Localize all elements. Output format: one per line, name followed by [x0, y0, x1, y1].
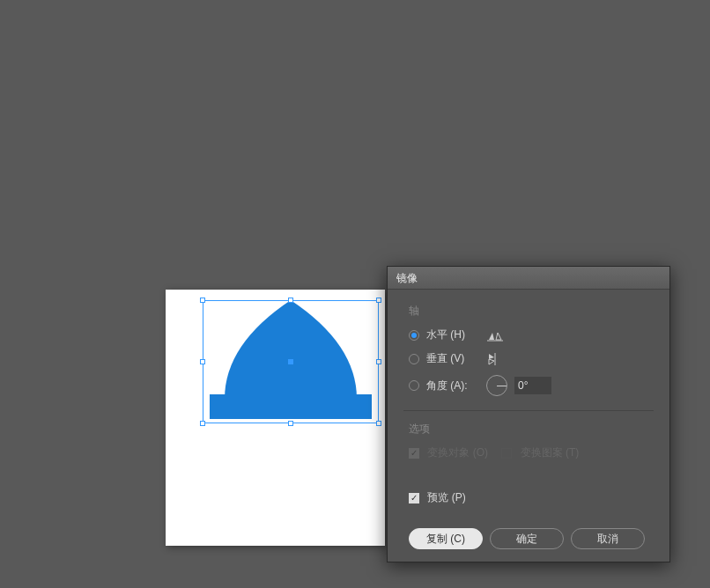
reflect-dialog: 镜像 轴 水平 (H) 垂直 (V) [387, 266, 670, 562]
transform-objects-checkbox [409, 448, 419, 459]
angle-label[interactable]: 角度 (A): [426, 379, 479, 393]
horizontal-radio[interactable] [409, 330, 419, 341]
preview-label[interactable]: 预览 (P) [427, 491, 465, 503]
angle-input[interactable] [514, 377, 551, 394]
angle-radio[interactable] [409, 380, 419, 391]
vertical-reflect-icon [486, 352, 504, 366]
artwork-arch-shape[interactable] [225, 300, 357, 399]
vertical-label[interactable]: 垂直 (V) [426, 351, 479, 366]
transform-patterns-label: 变换图案 (T) [521, 446, 580, 459]
dialog-title: 镜像 [396, 272, 418, 284]
horizontal-reflect-icon [486, 328, 504, 342]
dialog-titlebar[interactable]: 镜像 [388, 267, 669, 290]
copy-button[interactable]: 复制 (C) [409, 528, 483, 549]
axis-section-label: 轴 [409, 304, 654, 319]
transform-objects-label: 变换对象 (O) [427, 446, 488, 459]
transform-patterns-checkbox [501, 448, 512, 459]
divider [403, 410, 654, 411]
horizontal-label[interactable]: 水平 (H) [426, 327, 479, 342]
angle-widget[interactable] [486, 375, 507, 396]
options-section-label: 选项 [409, 422, 654, 437]
preview-checkbox[interactable] [409, 493, 419, 503]
cancel-button[interactable]: 取消 [571, 528, 645, 549]
artwork-rect-shape[interactable] [210, 394, 372, 419]
vertical-radio[interactable] [409, 354, 419, 364]
ok-button[interactable]: 确定 [490, 528, 564, 549]
